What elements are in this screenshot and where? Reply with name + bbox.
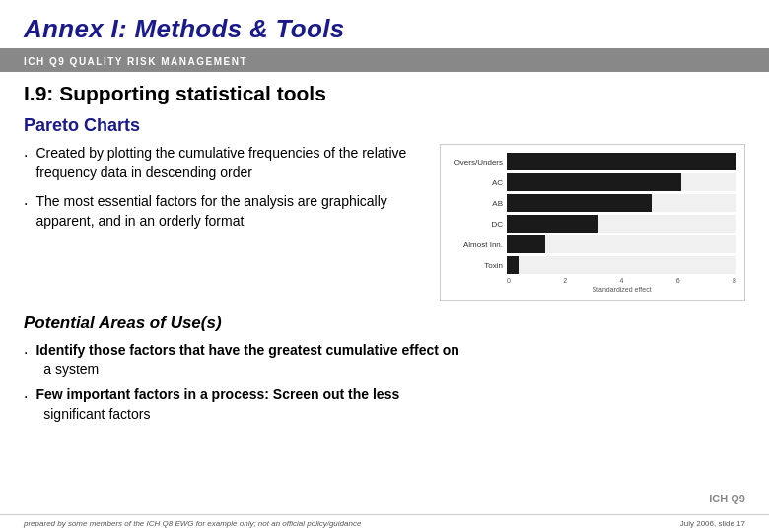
potential-bullet-1-normal: a system (43, 362, 99, 377)
bar-label: Almost Inn. (449, 240, 503, 249)
x-label-8: 8 (733, 277, 736, 284)
bar-row: AC (449, 173, 736, 191)
list-item: · Identify those factors that have the g… (24, 341, 745, 379)
pareto-section: Pareto Charts · Created by plotting the … (24, 115, 745, 301)
potential-bullet-1: Identify those factors that have the gre… (35, 341, 458, 379)
bar-row: AB (449, 194, 736, 212)
subheader-text: ICH Q9 QUALITY RISK MANAGEMENT (24, 56, 247, 67)
bullet-icon: · (24, 145, 28, 166)
x-label-2: 2 (563, 277, 567, 284)
x-label-0: 0 (507, 277, 511, 284)
potential-bullet-2-normal: significant factors (43, 406, 150, 422)
potential-bullet-2: Few important factors in a process: Scre… (35, 385, 399, 424)
bar-label: DC (449, 220, 503, 229)
bar-row: Almost Inn. (449, 235, 736, 253)
list-item: · Few important factors in a process: Sc… (24, 385, 745, 424)
bullet-icon: · (24, 342, 28, 364)
bar-fill (507, 153, 736, 170)
bar-container (507, 256, 736, 274)
bar-container (507, 235, 736, 253)
footer-right-text: July 2006, slide 17 (680, 519, 745, 528)
bar-fill (507, 215, 598, 233)
main-content: I.9: Supporting statistical tools Pareto… (0, 82, 769, 424)
bar-label: Toxin (449, 261, 503, 270)
bar-row: Toxin (449, 256, 736, 274)
potential-bullet-1-bold: Identify those factors that have the gre… (35, 342, 458, 358)
x-label-4: 4 (620, 277, 624, 284)
bullet-text-2: The most essential factors for the analy… (35, 192, 424, 231)
chart-x-axis: 0 2 4 6 8 (449, 277, 736, 284)
bar-row: DC (449, 215, 736, 233)
bar-fill (507, 194, 652, 212)
potential-title: Potential Areas of Use(s) (24, 313, 745, 333)
bar-container (507, 194, 736, 212)
bar-label: AC (449, 178, 503, 187)
bar-fill (507, 256, 519, 274)
subheader-bar: ICH Q9 QUALITY RISK MANAGEMENT (0, 48, 769, 72)
chart-inner: Overs/UndersACABDCAlmost Inn.Toxin 0 2 4… (449, 153, 736, 293)
ich-q9-badge: ICH Q9 (709, 493, 745, 504)
footer: prepared by some members of the ICH Q8 E… (0, 514, 769, 532)
bar-row: Overs/Unders (449, 153, 736, 170)
bar-fill (507, 235, 545, 253)
pareto-content: · Created by plotting the cumulative fre… (24, 144, 745, 301)
list-item: · Created by plotting the cumulative fre… (24, 144, 424, 182)
chart-bars: Overs/UndersACABDCAlmost Inn.Toxin (449, 153, 736, 274)
pareto-chart: Overs/UndersACABDCAlmost Inn.Toxin 0 2 4… (440, 144, 745, 301)
section-title: I.9: Supporting statistical tools (24, 82, 745, 105)
header: Annex I: Methods & Tools (0, 0, 769, 48)
footer-left-text: prepared by some members of the ICH Q8 E… (24, 519, 361, 528)
bullet-icon: · (24, 193, 28, 215)
bar-label: Overs/Unders (449, 158, 503, 166)
header-title: Annex I: Methods & Tools (24, 14, 745, 44)
bullet-text-1: Created by plotting the cumulative frequ… (35, 144, 424, 182)
x-label-6: 6 (676, 277, 680, 284)
potential-bullet-2-bold: Few important factors in a process: Scre… (35, 386, 399, 402)
bar-fill (507, 173, 681, 191)
bullet-icon: · (24, 386, 28, 408)
potential-section: Potential Areas of Use(s) · Identify tho… (24, 313, 745, 424)
list-item: · The most essential factors for the ana… (24, 192, 424, 231)
slide: Annex I: Methods & Tools ICH Q9 QUALITY … (0, 0, 769, 532)
bar-container (507, 153, 736, 170)
chart-x-label: Standardized effect (449, 286, 736, 293)
pareto-title: Pareto Charts (24, 115, 745, 136)
bar-container (507, 215, 736, 233)
bar-label: AB (449, 199, 503, 208)
pareto-bullets: · Created by plotting the cumulative fre… (24, 144, 424, 240)
bar-container (507, 173, 736, 191)
